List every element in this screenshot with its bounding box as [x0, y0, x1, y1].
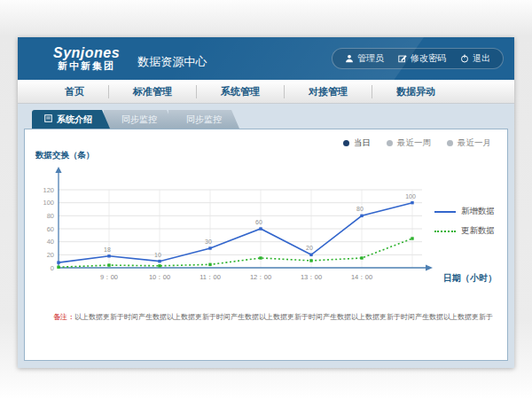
- logout-label: 退出: [473, 52, 490, 65]
- tab-system-intro[interactable]: 系统介绍: [32, 110, 110, 129]
- x-axis-title: 日期（小时）: [443, 272, 497, 285]
- svg-text:14：00: 14：00: [351, 273, 372, 281]
- user-menu[interactable]: 管理员: [345, 52, 384, 65]
- user-toolbar: 管理员 修改密码 退出: [332, 48, 504, 69]
- period-filter: 当日 最近一周 最近一月: [343, 137, 491, 149]
- svg-text:40: 40: [47, 238, 54, 246]
- radio-dot-icon: [343, 140, 349, 146]
- svg-text:10: 10: [154, 252, 161, 258]
- svg-text:100: 100: [405, 193, 416, 200]
- tab-sync-monitor-2[interactable]: 同步监控: [168, 110, 239, 129]
- logout-button[interactable]: 退出: [460, 52, 490, 65]
- radio-dot-icon: [387, 140, 393, 146]
- legend-label: 更新数据: [461, 225, 495, 237]
- change-password-button[interactable]: 修改密码: [398, 52, 446, 65]
- radio-last-month[interactable]: 最近一月: [447, 137, 491, 149]
- edit-icon: [398, 54, 407, 63]
- svg-text:0: 0: [51, 264, 54, 272]
- radio-label: 最近一月: [458, 137, 491, 149]
- document-icon: [44, 110, 52, 129]
- tab-bar: 系统介绍 同步监控 同步监控: [32, 110, 508, 129]
- radio-last-week[interactable]: 最近一周: [387, 137, 431, 149]
- radio-label: 当日: [354, 137, 371, 149]
- svg-text:9：00: 9：00: [100, 273, 118, 281]
- change-password-label: 修改密码: [411, 52, 446, 65]
- radio-dot-icon: [447, 140, 453, 146]
- svg-text:20: 20: [47, 251, 54, 259]
- svg-text:10：00: 10：00: [149, 273, 170, 281]
- app-window: Synjones 新中新集团 数据资源中心 管理员 修改密码: [18, 37, 514, 368]
- note-label: 备注：: [53, 313, 74, 321]
- nav-item-data-changes[interactable]: 数据异动: [372, 85, 459, 98]
- svg-text:18: 18: [104, 246, 111, 253]
- page-title: 数据资源中心: [137, 47, 207, 70]
- nav-item-integration-mgmt[interactable]: 对接管理: [284, 85, 372, 98]
- svg-text:100: 100: [43, 199, 54, 207]
- note-text: 以上数据更新于时间产生数据以上数据更新于时间产生数据以上数据更新于时间产生数据以…: [74, 313, 493, 321]
- line-chart-svg: 0204060801001209：0010：0011：0012：0013：001…: [25, 154, 442, 289]
- nav-item-system-mgmt[interactable]: 系统管理: [196, 85, 284, 98]
- power-icon: [460, 54, 469, 63]
- brand-company: 新中新集团: [53, 61, 120, 72]
- tab-label: 同步监控: [121, 110, 157, 129]
- legend-item-updated-data: 更新数据: [434, 225, 495, 237]
- svg-text:12：00: 12：00: [250, 273, 271, 281]
- nav-item-standard-mgmt[interactable]: 标准管理: [108, 85, 196, 98]
- svg-text:80: 80: [356, 206, 364, 212]
- tab-label: 系统介绍: [57, 110, 92, 129]
- svg-text:120: 120: [43, 186, 54, 194]
- tab-sync-monitor-1[interactable]: 同步监控: [104, 110, 175, 129]
- radio-label: 最近一周: [397, 137, 431, 149]
- svg-text:80: 80: [47, 212, 54, 220]
- app-header: Synjones 新中新集团 数据资源中心 管理员 修改密码: [18, 37, 514, 80]
- svg-text:60: 60: [255, 219, 262, 225]
- legend-line-dotted-icon: [434, 231, 456, 232]
- desktop-background: Synjones 新中新集团 数据资源中心 管理员 修改密码: [0, 0, 532, 399]
- radio-today[interactable]: 当日: [343, 137, 371, 149]
- tab-label: 同步监控: [186, 110, 222, 129]
- svg-text:11：00: 11：00: [200, 273, 221, 281]
- nav-item-home[interactable]: 首页: [41, 85, 108, 98]
- svg-text:13：00: 13：00: [301, 273, 322, 281]
- chart-panel: 当日 最近一周 最近一月 数据交换（条） 0204060801001209：00…: [24, 129, 508, 361]
- content-area: 系统介绍 同步监控 同步监控 当日 最: [18, 104, 514, 368]
- chart-legend: 新增数据 更新数据: [434, 206, 495, 245]
- brand-name: Synjones: [53, 46, 120, 61]
- svg-text:30: 30: [205, 239, 212, 245]
- main-nav: 首页 标准管理 系统管理 对接管理 数据异动: [18, 80, 514, 104]
- user-name: 管理员: [357, 52, 384, 65]
- svg-text:60: 60: [47, 225, 54, 233]
- brand-logo[interactable]: Synjones 新中新集团: [53, 46, 120, 71]
- user-icon: [345, 54, 354, 63]
- legend-line-solid-icon: [434, 211, 456, 213]
- legend-label: 新增数据: [461, 206, 495, 217]
- footer-note: 备注：以上数据更新于时间产生数据以上数据更新于时间产生数据以上数据更新于时间产生…: [53, 312, 493, 322]
- legend-item-new-data: 新增数据: [434, 206, 495, 217]
- svg-text:20: 20: [306, 245, 313, 251]
